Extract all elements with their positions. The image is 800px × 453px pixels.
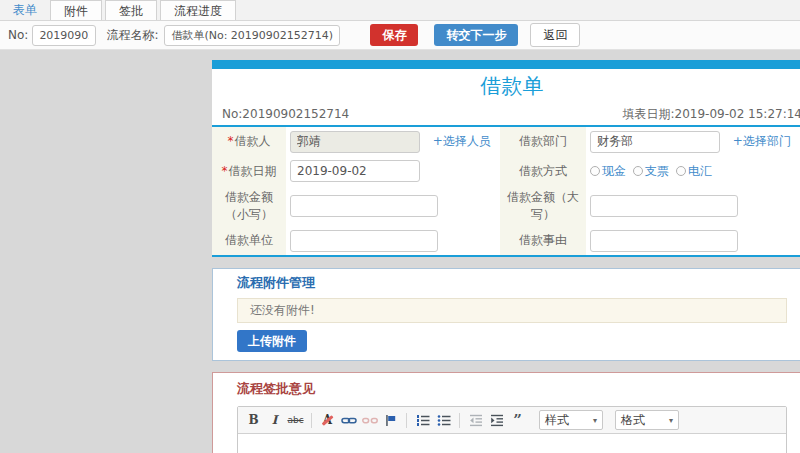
form-document: 借款单 No:20190902152714 填表日期:2019-09-02 15… <box>212 60 800 453</box>
form-no-text: No:20190902152714 <box>222 106 349 122</box>
editor-body[interactable] <box>238 434 786 453</box>
approval-comments-heading: 流程签批意见 <box>237 381 787 397</box>
outdent-icon <box>469 414 483 427</box>
content-area: 借款单 No:20190902152714 填表日期:2019-09-02 15… <box>0 50 800 453</box>
next-step-button[interactable]: 转交下一步 <box>434 24 518 46</box>
amount-lowercase-input[interactable] <box>290 195 438 217</box>
form-row-amounts: 借款金额（小写） 借款金额（大写） <box>212 186 800 226</box>
loan-reason-input[interactable] <box>590 230 738 252</box>
borrower-label: *借款人 <box>212 127 286 156</box>
department-input[interactable] <box>590 131 720 153</box>
radio-cheque[interactable]: 支票 <box>633 163 669 180</box>
fill-date: 填表日期:2019-09-02 15:27:14 <box>623 106 800 122</box>
form-row-unit-reason: 借款单位 借款事由 <box>212 226 800 256</box>
toolbar-separator <box>459 413 460 428</box>
chevron-down-icon: ▾ <box>669 416 673 425</box>
attachments-heading: 流程附件管理 <box>237 275 787 291</box>
no-label: No: <box>8 28 28 42</box>
amount-uppercase-input[interactable] <box>590 195 738 217</box>
form-row-borrower-dept: *借款人 +选择人员 借款部门 +选择部门 <box>212 127 800 156</box>
process-name-input[interactable] <box>164 25 340 46</box>
rich-text-editor: B I abc A <box>237 406 787 453</box>
save-button[interactable]: 保存 <box>370 24 418 46</box>
tab-form[interactable]: 表单 <box>0 0 50 20</box>
radio-circle-icon <box>633 166 643 176</box>
strikethrough-button[interactable]: abc <box>286 411 305 429</box>
loan-method-radio-group: 现金 支票 电汇 <box>590 163 712 180</box>
loan-date-input[interactable] <box>290 160 420 182</box>
form-meta-row: No:20190902152714 填表日期:2019-09-02 15:27:… <box>212 103 800 127</box>
loan-date-label: *借款日期 <box>212 156 286 186</box>
unlink-icon <box>362 414 378 427</box>
blockquote-button[interactable]: ” <box>508 411 527 429</box>
italic-button[interactable]: I <box>265 411 284 429</box>
link-icon <box>341 414 357 427</box>
tab-approval[interactable]: 签批 <box>105 0 157 20</box>
loan-form-panel: 借款单 No:20190902152714 填表日期:2019-09-02 15… <box>212 60 800 257</box>
form-fields-table: *借款人 +选择人员 借款部门 +选择部门 *借款日期 借款方式 <box>212 127 800 257</box>
no-input[interactable] <box>32 25 96 46</box>
format-dropdown[interactable]: 格式 ▾ <box>615 410 679 430</box>
tab-process-progress[interactable]: 流程进度 <box>160 0 236 20</box>
form-row-date-method: *借款日期 借款方式 现金 支票 电汇 <box>212 156 800 186</box>
toolbar-separator <box>311 413 312 428</box>
styles-dropdown[interactable]: 样式 ▾ <box>539 410 603 430</box>
loan-unit-input[interactable] <box>290 230 438 252</box>
tab-bar: 表单 附件 签批 流程进度 <box>0 0 800 21</box>
radio-circle-icon <box>676 166 686 176</box>
editor-toolbar: B I abc A <box>238 407 786 434</box>
process-name-label: 流程名称: <box>106 27 158 44</box>
loan-unit-label: 借款单位 <box>212 226 286 256</box>
outdent-button[interactable] <box>466 411 485 429</box>
no-attachments-alert: 还没有附件! <box>237 298 787 323</box>
anchor-button[interactable] <box>381 411 400 429</box>
indent-icon <box>490 414 504 427</box>
numbered-list-icon <box>416 414 430 427</box>
amount-lowercase-label: 借款金额（小写） <box>212 186 286 226</box>
back-button[interactable]: 返回 <box>530 23 580 47</box>
select-person-link[interactable]: +选择人员 <box>433 134 491 148</box>
radio-cash[interactable]: 现金 <box>590 163 626 180</box>
remove-format-icon: A <box>323 413 332 427</box>
bulleted-list-button[interactable] <box>434 411 453 429</box>
select-department-link[interactable]: +选择部门 <box>733 134 791 148</box>
attachments-panel: 流程附件管理 还没有附件! 上传附件 <box>212 268 800 361</box>
department-label: 借款部门 <box>500 127 586 156</box>
form-header-bar <box>212 60 800 69</box>
toolbar-separator <box>406 413 407 428</box>
bulleted-list-icon <box>437 414 451 427</box>
loan-method-label: 借款方式 <box>500 156 586 186</box>
loan-reason-label: 借款事由 <box>500 226 586 256</box>
unlink-button[interactable] <box>360 411 379 429</box>
link-button[interactable] <box>339 411 358 429</box>
remove-format-button[interactable]: A <box>318 411 337 429</box>
indent-button[interactable] <box>487 411 506 429</box>
chevron-down-icon: ▾ <box>593 416 597 425</box>
bold-button[interactable]: B <box>244 411 263 429</box>
action-toolbar: No: 流程名称: 保存 转交下一步 返回 <box>0 21 800 50</box>
upload-attachment-button[interactable]: 上传附件 <box>237 330 307 352</box>
form-title: 借款单 <box>212 69 800 103</box>
approval-comments-panel: 流程签批意见 B I abc A <box>212 372 800 453</box>
borrower-input[interactable] <box>290 131 420 153</box>
numbered-list-button[interactable] <box>413 411 432 429</box>
anchor-flag-icon <box>384 414 397 427</box>
radio-circle-icon <box>590 166 600 176</box>
amount-uppercase-label: 借款金额（大写） <box>500 186 586 226</box>
radio-wire[interactable]: 电汇 <box>676 163 712 180</box>
tab-attachments[interactable]: 附件 <box>50 0 102 20</box>
